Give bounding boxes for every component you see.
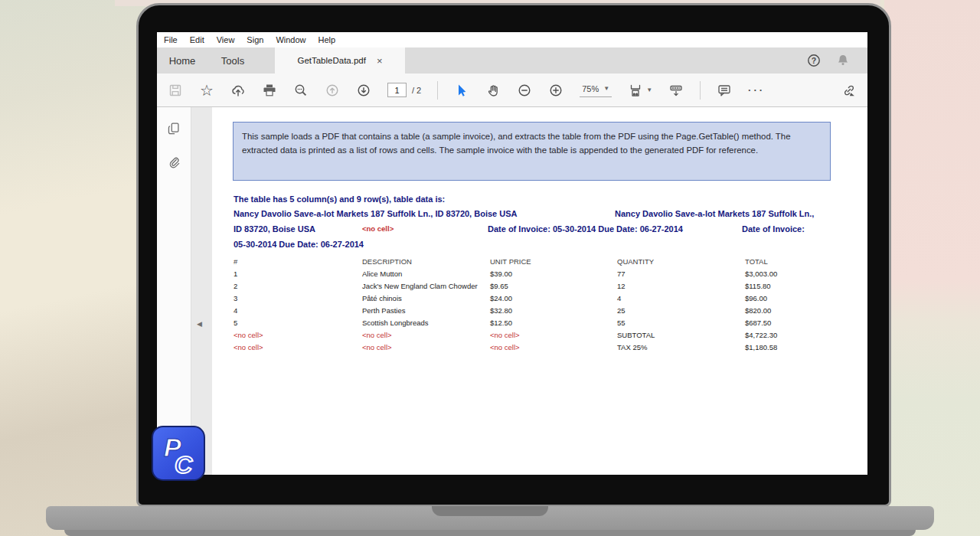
comment-icon[interactable] bbox=[717, 83, 732, 98]
toolbar-divider bbox=[437, 81, 438, 100]
table-header-cell: TOTAL bbox=[745, 257, 768, 266]
page-thumbnails-icon[interactable] bbox=[166, 121, 181, 136]
toolbar-divider bbox=[700, 81, 701, 100]
table-cell: <no cell> bbox=[490, 331, 520, 339]
page-number-input[interactable]: 1 bbox=[387, 83, 407, 97]
print-icon[interactable] bbox=[262, 83, 277, 98]
cloud-upload-icon[interactable] bbox=[230, 83, 246, 98]
laptop-notch bbox=[432, 506, 548, 516]
table-cell: 2 bbox=[234, 282, 237, 290]
invoice-line-segment: <no cell> bbox=[362, 224, 394, 233]
table-cell: $4,722.30 bbox=[745, 331, 777, 339]
tab-home[interactable]: Home bbox=[157, 47, 207, 74]
search-icon[interactable] bbox=[293, 83, 309, 98]
table-header-cell: DESCRIPTION bbox=[362, 257, 412, 266]
canvas-strip: ◀ bbox=[191, 107, 212, 475]
menu-help[interactable]: Help bbox=[318, 35, 336, 44]
attachments-icon[interactable] bbox=[166, 155, 181, 170]
table-cell: 4 bbox=[617, 294, 621, 302]
invoice-line-segment: ID 83720, Boise USA bbox=[234, 224, 315, 234]
table-cell: $687.50 bbox=[745, 319, 771, 327]
table-cell: <no cell> bbox=[362, 331, 392, 339]
content-area: ◀ This sample loads a PDF that contains … bbox=[157, 107, 867, 475]
zoom-caret-icon: ▼ bbox=[603, 86, 609, 92]
zoom-in-icon[interactable] bbox=[548, 83, 564, 98]
tab-document-title: GetTableData.pdf bbox=[297, 56, 366, 65]
sample-info-box: This sample loads a PDF that contains a … bbox=[233, 122, 831, 181]
zoom-out-icon[interactable] bbox=[517, 83, 532, 98]
table-cell: <no cell> bbox=[490, 343, 520, 351]
tab-tools[interactable]: Tools bbox=[207, 47, 258, 74]
tabbar-spacer bbox=[405, 47, 806, 74]
table-cell: $9.65 bbox=[490, 282, 508, 290]
table-header-cell: # bbox=[234, 257, 237, 266]
tabbar: Home Tools GetTableData.pdf × ? bbox=[157, 47, 867, 74]
table-header-cell: QUANTITY bbox=[617, 257, 654, 266]
table-cell: Scottish Longbreads bbox=[362, 319, 429, 327]
invoice-line-segment: Nancy Davolio Save-a-lot Markets 187 Suf… bbox=[234, 209, 517, 218]
table-cell: $1,180.58 bbox=[745, 343, 777, 351]
table-summary-line: The table has 5 column(s) and 9 row(s), … bbox=[234, 194, 445, 204]
table-cell: 1 bbox=[234, 270, 237, 278]
table-cell: 12 bbox=[617, 282, 626, 290]
table-cell: 5 bbox=[234, 319, 237, 327]
table-cell: $3,003.00 bbox=[745, 270, 777, 278]
table-cell: $39.00 bbox=[490, 270, 512, 278]
menu-file[interactable]: File bbox=[164, 35, 178, 44]
svg-text:?: ? bbox=[812, 56, 816, 65]
table-cell: $115.80 bbox=[745, 282, 771, 290]
table-cell: <no cell> bbox=[234, 331, 263, 339]
star-icon[interactable]: ☆ bbox=[199, 83, 214, 98]
menu-edit[interactable]: Edit bbox=[190, 35, 204, 44]
invoice-line-segment: Date of Invoice: 05-30-2014 Due Date: 06… bbox=[488, 224, 683, 234]
zoom-level-control[interactable]: 75% ▼ bbox=[580, 83, 612, 97]
select-tool-icon[interactable] bbox=[454, 83, 469, 98]
table-cell: Pâté chinois bbox=[362, 294, 402, 302]
toolbar: ☆ 1 / 2 7 bbox=[157, 74, 867, 107]
table-cell: $24.00 bbox=[490, 294, 512, 302]
tab-document[interactable]: GetTableData.pdf × bbox=[275, 47, 405, 74]
table-cell: $96.00 bbox=[745, 294, 767, 302]
previous-page-icon[interactable] bbox=[325, 83, 340, 98]
table-cell: $32.80 bbox=[490, 306, 512, 315]
invoice-line-segment: Date of Invoice: bbox=[742, 224, 805, 234]
invoice-line-segment: 05-30-2014 Due Date: 06-27-2014 bbox=[234, 240, 364, 249]
table-cell: <no cell> bbox=[362, 343, 392, 351]
table-cell: $820.00 bbox=[745, 306, 771, 315]
laptop-base-lip bbox=[64, 530, 916, 536]
scroll-mode-icon[interactable] bbox=[668, 83, 684, 98]
page-total-label: / 2 bbox=[412, 86, 421, 95]
table-cell: TAX 25% bbox=[617, 343, 647, 351]
logo-letter-c: C bbox=[175, 451, 193, 478]
table-cell: Alice Mutton bbox=[362, 270, 402, 278]
table-header-cell: UNIT PRICE bbox=[490, 257, 531, 266]
table-cell: $12.50 bbox=[490, 319, 512, 327]
menu-view[interactable]: View bbox=[217, 35, 235, 44]
fit-width-control[interactable]: ▼ bbox=[628, 83, 652, 98]
page-number-group: 1 / 2 bbox=[387, 83, 421, 97]
backdrop-left bbox=[0, 0, 145, 536]
tab-close-icon[interactable]: × bbox=[377, 56, 383, 66]
more-tools-button[interactable]: ··· bbox=[748, 84, 765, 96]
table-cell: Jack's New England Clam Chowder bbox=[362, 282, 478, 290]
help-icon[interactable]: ? bbox=[806, 53, 822, 68]
table-cell: 77 bbox=[617, 270, 626, 278]
table-cell: <no cell> bbox=[234, 343, 263, 351]
save-icon[interactable] bbox=[168, 83, 183, 98]
table-cell: 25 bbox=[617, 306, 626, 315]
left-sidebar bbox=[157, 107, 191, 475]
bell-icon[interactable] bbox=[835, 53, 851, 68]
menu-window[interactable]: Window bbox=[276, 35, 305, 44]
pdf-page: This sample loads a PDF that contains a … bbox=[212, 107, 867, 475]
table-cell: 4 bbox=[234, 306, 237, 315]
menu-sign[interactable]: Sign bbox=[247, 35, 263, 44]
hand-tool-icon[interactable] bbox=[485, 83, 501, 98]
pdf-app-window: FileEditViewSignWindowHelp Home Tools Ge… bbox=[157, 32, 867, 475]
share-link-icon[interactable] bbox=[841, 83, 857, 98]
table-cell: SUBTOTAL bbox=[617, 331, 655, 339]
sidebar-collapse-icon[interactable]: ◀ bbox=[197, 320, 202, 328]
fit-width-caret-icon: ▼ bbox=[646, 87, 652, 93]
invoice-line-segment: Nancy Davolio Save-a-lot Markets 187 Suf… bbox=[615, 209, 814, 218]
zoom-level-value: 75% bbox=[582, 84, 599, 93]
next-page-icon[interactable] bbox=[356, 83, 371, 98]
